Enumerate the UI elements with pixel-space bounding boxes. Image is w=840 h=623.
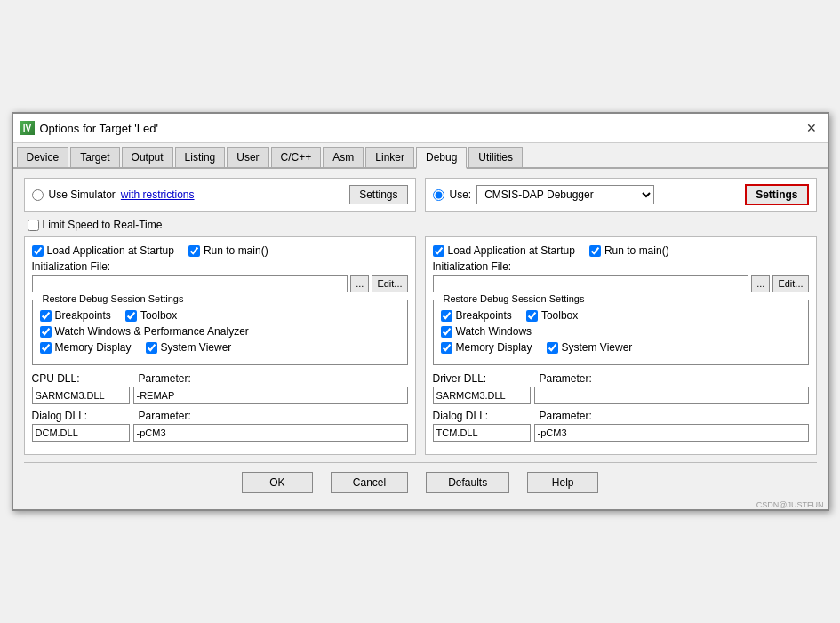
left-cpu-dll-input[interactable] (32, 387, 130, 404)
left-breakpoints-checkbox[interactable] (40, 310, 52, 322)
tab-user[interactable]: User (227, 147, 268, 167)
right-breakpoints-label: Breakpoints (456, 309, 512, 322)
right-edit-button[interactable]: Edit... (772, 275, 808, 292)
watermark: CSDN@JUSTFUN (756, 500, 824, 509)
left-dialog-param-input[interactable] (133, 424, 408, 442)
tab-utilities[interactable]: Utilities (468, 147, 523, 167)
ok-button[interactable]: OK (242, 472, 313, 493)
left-toolbox-label: Toolbox (140, 309, 177, 322)
right-dialog-dll-input[interactable] (433, 424, 531, 442)
right-watch-windows-label: Watch Windows (456, 325, 532, 338)
right-run-main-label: Run to main() (604, 244, 669, 257)
speed-limit-checkbox[interactable] (28, 220, 39, 231)
right-system-viewer-checkbox[interactable] (547, 342, 558, 354)
tab-asm[interactable]: Asm (323, 147, 364, 167)
tab-debug[interactable]: Debug (416, 147, 467, 169)
left-memory-display-label: Memory Display (55, 341, 132, 354)
use-label: Use: (450, 188, 472, 201)
debugger-select[interactable]: CMSIS-DAP Debugger (476, 185, 654, 204)
tab-device[interactable]: Device (17, 147, 69, 167)
left-watch-windows-label: Watch Windows & Performance Analyzer (55, 325, 249, 338)
with-restrictions-link[interactable]: with restrictions (121, 188, 195, 201)
left-init-file-label: Initialization File: (32, 260, 408, 273)
right-dialog-param-label: Parameter: (540, 410, 809, 422)
tab-listing[interactable]: Listing (175, 147, 226, 167)
left-cpu-dll-label: CPU DLL: (32, 372, 130, 385)
tab-cpp[interactable]: C/C++ (271, 147, 322, 167)
left-load-app-label: Load Application at Startup (47, 244, 174, 257)
tab-output[interactable]: Output (122, 147, 173, 167)
app-icon: IV (20, 121, 35, 135)
help-button[interactable]: Help (527, 472, 598, 493)
left-cpu-param-input[interactable] (133, 387, 408, 404)
close-button[interactable]: ✕ (803, 119, 820, 137)
left-edit-button[interactable]: Edit... (372, 275, 407, 292)
right-memory-display-checkbox[interactable] (441, 342, 452, 354)
right-init-file-input[interactable] (433, 275, 749, 292)
left-run-main-label: Run to main() (204, 244, 268, 257)
right-dialog-param-input[interactable] (534, 424, 809, 442)
right-driver-dll-label: Driver DLL: (433, 372, 531, 385)
left-system-viewer-label: System Viewer (161, 341, 232, 354)
left-init-file-input[interactable] (32, 275, 348, 292)
left-restore-group-title: Restore Debug Session Settings (40, 293, 187, 304)
left-system-viewer-checkbox[interactable] (146, 342, 157, 354)
defaults-button[interactable]: Defaults (426, 472, 509, 493)
tab-target[interactable]: Target (70, 147, 119, 167)
left-browse-button[interactable]: ... (350, 275, 369, 292)
use-settings-button[interactable]: Settings (745, 184, 808, 205)
left-load-app-checkbox[interactable] (32, 245, 44, 257)
left-dialog-dll-input[interactable] (32, 424, 130, 442)
right-restore-group-title: Restore Debug Session Settings (441, 293, 588, 304)
right-memory-display-label: Memory Display (456, 341, 532, 354)
left-dialog-param-label: Parameter: (139, 410, 408, 422)
right-watch-windows-checkbox[interactable] (441, 326, 452, 338)
left-watch-windows-checkbox[interactable] (40, 326, 52, 338)
use-radio[interactable] (433, 189, 444, 201)
simulator-label: Use Simulator (49, 188, 116, 201)
right-toolbox-label: Toolbox (541, 309, 578, 322)
right-dialog-dll-label: Dialog DLL: (433, 410, 531, 422)
right-load-app-label: Load Application at Startup (448, 244, 575, 257)
tab-bar: Device Target Output Listing User C/C++ … (13, 143, 828, 169)
right-driver-param-label: Parameter: (540, 372, 809, 385)
right-load-app-checkbox[interactable] (433, 245, 444, 257)
tab-linker[interactable]: Linker (365, 147, 414, 167)
right-system-viewer-label: System Viewer (562, 341, 633, 354)
left-breakpoints-label: Breakpoints (55, 309, 111, 322)
speed-limit-label: Limit Speed to Real-Time (43, 219, 163, 231)
left-cpu-param-label: Parameter: (139, 372, 408, 385)
left-dialog-dll-label: Dialog DLL: (32, 410, 130, 422)
sim-settings-button[interactable]: Settings (349, 185, 407, 204)
right-browse-button[interactable]: ... (751, 275, 770, 292)
right-breakpoints-checkbox[interactable] (441, 310, 452, 322)
simulator-radio[interactable] (32, 189, 44, 201)
right-toolbox-checkbox[interactable] (526, 310, 538, 322)
cancel-button[interactable]: Cancel (331, 472, 408, 493)
right-init-file-label: Initialization File: (433, 260, 809, 273)
left-run-main-checkbox[interactable] (188, 245, 200, 257)
right-driver-dll-input[interactable] (433, 387, 531, 404)
left-memory-display-checkbox[interactable] (40, 342, 52, 354)
left-toolbox-checkbox[interactable] (125, 310, 137, 322)
right-driver-param-input[interactable] (534, 387, 809, 404)
right-run-main-checkbox[interactable] (589, 245, 601, 257)
window-title: Options for Target 'Led' (40, 122, 158, 135)
